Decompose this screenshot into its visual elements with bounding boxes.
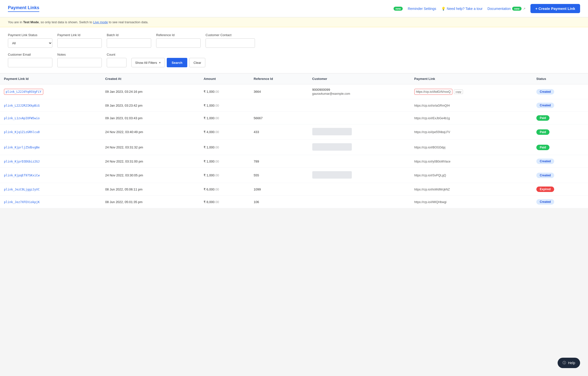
col-header-created-at: Created At [101, 73, 200, 84]
cell-link-id: plink_L22J2R2IKkpBiG [0, 99, 101, 112]
table-row: plink_KjprljZ5dbvgBe24 Nov 2022, 03:31:3… [0, 140, 588, 155]
link-id-label: Payment Link Id [57, 33, 102, 37]
customer-email-input[interactable] [8, 58, 52, 67]
copy-button[interactable]: copy [454, 90, 463, 94]
cell-amount: ₹ 1,000.00 [200, 155, 250, 168]
filters-section: Payment Link Status All Created Paid Exp… [0, 27, 588, 73]
cell-customer [308, 112, 410, 124]
table-row: plink_L22J2R2IKkpBiG09 Jan 2023, 03:23:4… [0, 99, 588, 112]
filter-status: Payment Link Status All Created Paid Exp… [8, 33, 52, 48]
cell-customer [308, 168, 410, 183]
status-badge: Created [536, 199, 554, 205]
payment-link-id[interactable]: plink_Kjq1ZizGRhlcu0 [4, 130, 40, 134]
cell-created-at: 08 Jun 2022, 05:06:11 pm [101, 183, 200, 196]
payment-link-id[interactable]: plink_JezC0LjggzJyVC [4, 188, 40, 191]
cell-payment-link: https://rzp.io/i/y0B0oWVace [410, 155, 532, 168]
amount-decimal: .00 [214, 145, 219, 149]
show-all-filters-button[interactable]: Show All Filters ▼ [131, 58, 165, 67]
amount-value: ₹ 6,000 [204, 188, 214, 191]
amount-decimal: .00 [214, 173, 219, 177]
cell-payment-link: https://rzp.io/i/ExJbGe4b1g [410, 112, 532, 124]
payment-link-id[interactable]: plink_L22JdYq0SVgFiY [4, 89, 43, 95]
payment-links-table: Payment Link Id Created At Amount Refere… [0, 73, 588, 208]
cell-reference-id [250, 99, 308, 112]
payment-link-url[interactable]: https://rzp.io/i/MIQHbwgi [414, 200, 447, 204]
cell-link-id: plink_L1zvApIOFW5wio [0, 112, 101, 124]
table-row: plink_Kjq1ZizGRhlcu024 Nov 2022, 03:40:4… [0, 124, 588, 140]
cell-created-at: 09 Jan 2023, 03:24:16 pm [101, 84, 200, 99]
payment-link-id[interactable]: plink_Jez7XFEViokpjK [4, 200, 40, 204]
create-payment-link-button[interactable]: + Create Payment Link [530, 4, 580, 13]
payment-link-url[interactable]: https://rzp.io/i/y0B0oWVace [414, 160, 451, 163]
cell-link-id: plink_Kjq1ZizGRhlcu0 [0, 124, 101, 140]
payment-link-id[interactable]: plink_L22J2R2IKkpBiG [4, 104, 40, 107]
cell-amount: ₹ 6,000.00 [200, 183, 250, 196]
payment-link-id[interactable]: plink_KjprljZ5dbvgBe [4, 146, 40, 149]
top-bar-actions: new Reminder Settings 💡 Need help? Take … [394, 4, 580, 13]
cell-amount: ₹ 8,000.00 [200, 196, 250, 208]
payment-link-url[interactable]: https://rzp.io/i/srIaGRmQIH [414, 104, 450, 107]
payment-link-url[interactable]: https://rzp.io/i/bdGAVnxxQ [414, 89, 453, 95]
cell-customer: 9000900099 gauravkumar@eaxmple.com [308, 84, 410, 99]
count-input[interactable]: 25 [107, 58, 126, 67]
link-id-input[interactable] [57, 38, 102, 48]
filter-link-id: Payment Link Id [57, 33, 102, 48]
cell-payment-link: https://rzp.io/i/BOGDdpj [410, 140, 532, 155]
customer-placeholder [312, 128, 352, 135]
cell-created-at: 24 Nov 2022, 03:31:00 pm [101, 155, 200, 168]
reference-id-input[interactable] [156, 38, 201, 48]
cell-status: Created [532, 84, 588, 99]
cell-amount: ₹ 1,000.00 [200, 84, 250, 99]
cell-payment-link: https://rzp.io/i/SvPQLgQ [410, 168, 532, 183]
documentation-link[interactable]: Documentation new ↗ [487, 7, 525, 11]
customer-contact-input[interactable] [206, 38, 255, 48]
clear-button[interactable]: Clear [189, 58, 205, 67]
search-button[interactable]: Search [167, 58, 187, 67]
col-header-status: Status [532, 73, 588, 84]
payment-link-url[interactable]: https://rzp.io/i/BOGDdpj [414, 146, 445, 149]
payment-link-url[interactable]: https://rzp.io/i/ioWdWcjkNZ [414, 188, 450, 191]
customer-placeholder [312, 171, 352, 179]
cell-created-at: 24 Nov 2022, 03:40:49 pm [101, 124, 200, 140]
count-label: Count [107, 53, 126, 56]
amount-value: ₹ 1,000 [204, 104, 214, 107]
cell-amount: ₹ 1,000.00 [200, 140, 250, 155]
batch-id-input[interactable] [107, 38, 151, 48]
notes-input[interactable] [57, 58, 102, 67]
status-badge: Expired [536, 187, 554, 192]
amount-value: ₹ 4,000 [204, 130, 214, 134]
payment-link-id[interactable]: plink_KjprD3DGbiz2GJ [4, 160, 40, 163]
amount-decimal: .00 [214, 104, 219, 107]
external-link-icon: ↗ [523, 7, 525, 10]
cell-customer [308, 155, 410, 168]
live-mode-link[interactable]: Live mode [93, 20, 108, 24]
cell-reference-id: 3664 [250, 84, 308, 99]
cell-amount: ₹ 1,000.00 [200, 99, 250, 112]
reminder-new-badge: new [394, 7, 403, 11]
col-header-amount: Amount [200, 73, 250, 84]
payment-link-url[interactable]: https://rzp.io/i/SvPQLgQ [414, 174, 446, 177]
cell-payment-link: https://rzp.io/i/ioWdWcjkNZ [410, 183, 532, 196]
amount-decimal: .00 [214, 200, 219, 204]
status-select[interactable]: All Created Paid Expired Cancelled [8, 38, 52, 48]
cell-amount: ₹ 1,000.00 [200, 112, 250, 124]
payment-link-id[interactable]: plink_L1zvApIOFW5wio [4, 117, 40, 120]
cell-customer [308, 183, 410, 196]
cell-link-id: plink_Jez7XFEViokpjK [0, 196, 101, 208]
help-tour-link[interactable]: 💡 Need help? Take a tour [441, 7, 483, 11]
amount-value: ₹ 1,000 [204, 173, 214, 177]
cell-reference-id [250, 140, 308, 155]
payment-link-url[interactable]: https://rzp.io/i/ExJbGe4b1g [414, 117, 450, 120]
reference-id-label: Reference Id [156, 33, 201, 37]
status-badge: Paid [536, 115, 549, 121]
payment-link-url[interactable]: https://rzp.io/i/pe55NbqLFV [414, 130, 450, 134]
status-badge: Created [536, 89, 554, 94]
customer-info: 9000900099 gauravkumar@eaxmple.com [312, 88, 406, 95]
cell-link-id: plink_JezC0LjggzJyVC [0, 183, 101, 196]
cell-reference-id: 789 [250, 155, 308, 168]
filter-customer-email: Customer Email [8, 53, 52, 67]
amount-decimal: .00 [214, 130, 219, 134]
reminder-settings-link[interactable]: Reminder Settings [408, 7, 436, 11]
payment-link-id[interactable]: plink_KjpqEf97SKxiCw [4, 174, 40, 177]
cell-link-id: plink_KjprD3DGbiz2GJ [0, 155, 101, 168]
